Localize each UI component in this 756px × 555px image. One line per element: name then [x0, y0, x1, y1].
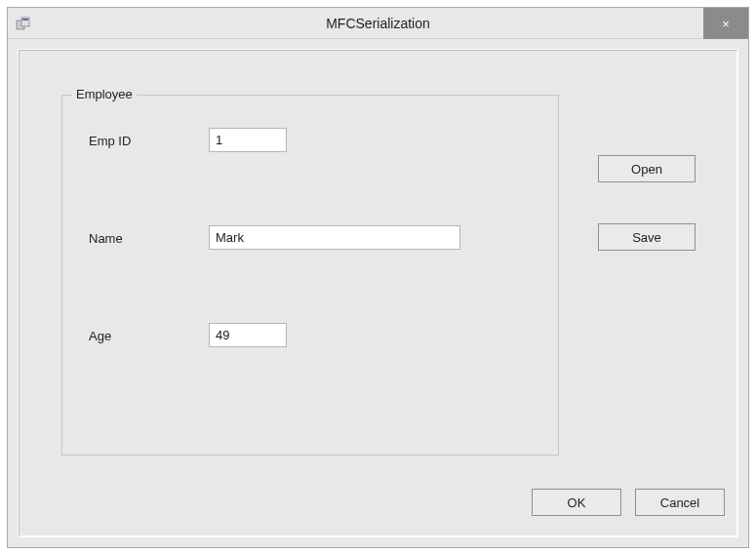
- name-label: Name: [89, 231, 123, 246]
- dialog-window: MFCSerialization × Employee Emp ID Name …: [7, 7, 749, 548]
- emp-id-label: Emp ID: [89, 134, 131, 148]
- client-area: Employee Emp ID Name Age Open Save OK Ca…: [18, 49, 738, 537]
- svg-rect-2: [22, 19, 28, 20]
- close-button[interactable]: ×: [703, 8, 748, 39]
- emp-id-input[interactable]: [209, 128, 287, 152]
- name-input[interactable]: [209, 225, 460, 250]
- window-title: MFCSerialization: [326, 16, 430, 31]
- titlebar: MFCSerialization ×: [8, 8, 748, 39]
- ok-button[interactable]: OK: [532, 489, 621, 516]
- cancel-button[interactable]: Cancel: [635, 489, 725, 516]
- save-button[interactable]: Save: [598, 223, 696, 251]
- client-outer: Employee Emp ID Name Age Open Save OK Ca…: [8, 39, 748, 547]
- app-icon: [16, 16, 31, 31]
- employee-groupbox: Employee: [61, 95, 559, 456]
- close-icon: ×: [722, 17, 730, 31]
- age-label: Age: [89, 329, 111, 343]
- age-input[interactable]: [209, 323, 287, 347]
- groupbox-legend: Employee: [72, 87, 137, 101]
- open-button[interactable]: Open: [598, 155, 696, 182]
